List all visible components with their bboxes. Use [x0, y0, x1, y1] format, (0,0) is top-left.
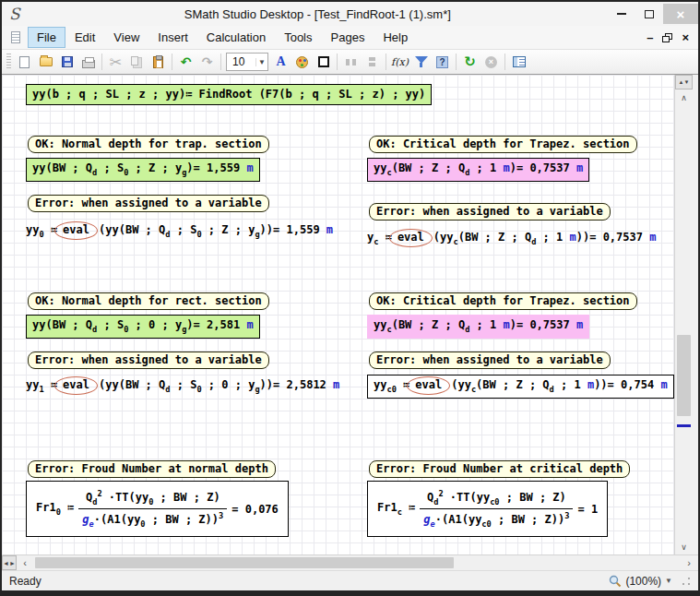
- options-button[interactable]: [508, 52, 529, 72]
- scroll-up-icon[interactable]: ∧: [675, 90, 693, 105]
- fraction: Qd2 ·TT(yyc0 ; BW ; Z) ge·(A1(yyc0 ; BW …: [420, 487, 573, 530]
- menu-help[interactable]: Help: [374, 27, 417, 48]
- filter-button[interactable]: [410, 52, 432, 72]
- formula-normal-depth-rect[interactable]: yy(BW ; Qd ; S0 ; 0 ; yg)= 2,581 m: [26, 315, 260, 339]
- froude-result: = 0,076: [231, 503, 279, 516]
- copy-button[interactable]: [126, 52, 148, 72]
- function-button[interactable]: f(x): [389, 52, 410, 72]
- fraction: Qd2 ·TT(yy0 ; BW ; Z) ge·(A1(yy0 ; BW ; …: [78, 487, 227, 530]
- font-size-select[interactable]: 10 ▼: [226, 53, 268, 71]
- fraction-numerator: Qd2 ·TT(yy0 ; BW ; Z): [82, 487, 224, 508]
- vertical-scrollbar[interactable]: ▲▼ ∧ ∨: [674, 75, 693, 554]
- app-window: S SMath Studio Desktop - [Test_FindRoot-…: [0, 0, 700, 596]
- menu-insert[interactable]: Insert: [148, 27, 197, 48]
- function-icon: f(x): [391, 56, 409, 68]
- border-icon: [318, 56, 329, 67]
- redo-icon: ↷: [202, 54, 213, 69]
- horizontal-scrollbar[interactable]: ◄► ‹ ›: [2, 554, 698, 570]
- formula-critical-depth-1[interactable]: yyc(BW ; Z ; Qd ; 1 m)= 0,7537 m: [367, 158, 589, 182]
- froude-lhs: Fr10 ≔: [36, 501, 74, 517]
- label-froude-normal[interactable]: Error: Froud Number at normal depth: [28, 460, 276, 478]
- cut-button[interactable]: ✂: [105, 52, 126, 72]
- label-error-variable-2[interactable]: Error: when assigned to a variable: [369, 203, 611, 221]
- formula-yy1-eval[interactable]: yy1 ≔eval(yy(BW ; Qd ; S0 ; 0 ; yg))= 2,…: [26, 376, 339, 396]
- menu-pages[interactable]: Pages: [322, 27, 374, 48]
- status-text: Ready: [9, 575, 42, 588]
- save-button[interactable]: [56, 52, 77, 72]
- toolbar-separator: [172, 54, 172, 70]
- close-button[interactable]: ×: [663, 4, 698, 24]
- print-button[interactable]: [77, 52, 99, 72]
- menu-bar: File Edit View Insert Calculation Tools …: [2, 26, 698, 50]
- label-froude-critical[interactable]: Error: Froud Number at critical depth: [369, 460, 630, 478]
- reference-button[interactable]: ?: [432, 52, 453, 72]
- label-error-variable-4[interactable]: Error: when assigned to a variable: [369, 352, 611, 369]
- label-error-variable-3[interactable]: Error: when assigned to a variable: [28, 352, 269, 369]
- scroll-down-icon[interactable]: ∨: [675, 540, 693, 554]
- new-document-button[interactable]: [14, 52, 35, 72]
- toolbar-separator: [504, 54, 505, 70]
- zoom-dropdown-icon[interactable]: ▼: [665, 577, 672, 585]
- label-ok-rect[interactable]: OK: Normal depth for rect. section: [28, 292, 269, 310]
- magnifier-icon: [609, 575, 622, 588]
- menu-edit[interactable]: Edit: [65, 27, 104, 48]
- child-restore-button[interactable]: [662, 33, 672, 42]
- font-color-icon: A: [276, 54, 285, 69]
- recalculate-button[interactable]: ↻: [459, 52, 481, 72]
- vertical-scroll-thumb[interactable]: [677, 335, 691, 416]
- horizontal-splitter-handle[interactable]: ◄►: [2, 555, 17, 570]
- border-button[interactable]: [313, 52, 334, 72]
- toolbar-separator: [337, 54, 338, 70]
- formula-normal-depth-trap[interactable]: yy(BW ; Qd ; S0 ; Z ; yg)= 1,559 m: [26, 158, 260, 182]
- background-color-button[interactable]: [291, 52, 313, 72]
- child-minimize-button[interactable]: –: [647, 31, 653, 43]
- formula-yy0-eval[interactable]: yy0 ≔eval(yy(BW ; Qd ; S0 ; Z ; yg))= 1,…: [26, 221, 333, 241]
- label-ok-critical-2[interactable]: OK: Critical depth for Trapez. section: [369, 292, 637, 310]
- cut-icon: ✂: [110, 54, 122, 71]
- horizontal-scroll-thumb[interactable]: [35, 557, 454, 568]
- formula-froude-normal[interactable]: Fr10 ≔ Qd2 ·TT(yy0 ; BW ; Z) ge·(A1(yy0 …: [26, 481, 289, 537]
- resize-grip[interactable]: [682, 577, 691, 586]
- menu-tools[interactable]: Tools: [275, 27, 321, 48]
- maximize-button[interactable]: [635, 4, 663, 24]
- label-ok-critical-1[interactable]: OK: Critical depth for Trapez. section: [369, 136, 637, 153]
- recalculate-icon: ↻: [464, 54, 476, 70]
- copy-icon: [131, 56, 138, 66]
- stop-button[interactable]: ×: [481, 52, 502, 72]
- label-error-variable-1[interactable]: Error: when assigned to a variable: [28, 195, 269, 212]
- vertical-splitter-handle[interactable]: ▲▼: [675, 75, 693, 89]
- open-file-button[interactable]: [35, 52, 56, 72]
- open-file-icon: [40, 57, 53, 66]
- toolbar-grip[interactable]: [6, 54, 11, 70]
- chevron-down-icon[interactable]: ▼: [255, 58, 267, 66]
- scroll-right-icon[interactable]: ›: [682, 555, 696, 570]
- label-ok-trap[interactable]: OK: Normal depth for trap. section: [28, 136, 269, 153]
- paste-button[interactable]: [148, 52, 169, 72]
- save-icon: [62, 56, 73, 67]
- redo-button[interactable]: ↷: [196, 52, 218, 72]
- undo-button[interactable]: ↶: [175, 52, 196, 72]
- palette-icon: [296, 56, 308, 68]
- formula-yc-eval[interactable]: yc ≔eval(yyc(BW ; Z ; Qd ; 1 m))= 0,7537…: [367, 229, 656, 248]
- maximize-icon: [645, 10, 654, 18]
- formula-yyc0-eval[interactable]: yyc0 ≔eval(yyc(BW ; Z ; Qd ; 1 m))= 0,75…: [367, 375, 674, 399]
- formula-froude-critical[interactable]: Fr1c ≔ Qd2 ·TT(yyc0 ; BW ; Z) ge·(A1(yyc…: [367, 481, 608, 537]
- toolbar-separator: [456, 54, 457, 70]
- menu-file[interactable]: File: [28, 27, 65, 48]
- zoom-level[interactable]: (100%): [625, 575, 661, 588]
- align-horizontal-button[interactable]: [340, 52, 362, 72]
- menu-calculation[interactable]: Calculation: [197, 27, 275, 48]
- filter-icon: [415, 56, 428, 67]
- formula-definition[interactable]: yy(b ; q ; SL ; z ; yy)≔ FindRoot (F7(b …: [26, 84, 432, 105]
- stop-icon: ×: [485, 56, 497, 68]
- worksheet-canvas[interactable]: yy(b ; q ; SL ; z ; yy)≔ FindRoot (F7(b …: [2, 75, 674, 554]
- formula-critical-depth-2[interactable]: yyc(BW ; Z ; Qd ; 1 m)= 0,7537 m: [367, 315, 589, 339]
- minimize-button[interactable]: [608, 4, 635, 24]
- froude-lhs: Fr1c ≔: [377, 501, 415, 517]
- align-vertical-button[interactable]: [362, 52, 383, 72]
- font-color-button[interactable]: A: [270, 52, 291, 72]
- child-close-button[interactable]: ×: [682, 31, 689, 43]
- toolbar-separator: [386, 54, 386, 70]
- scroll-left-icon[interactable]: ‹: [18, 555, 32, 570]
- menu-view[interactable]: View: [104, 27, 148, 48]
